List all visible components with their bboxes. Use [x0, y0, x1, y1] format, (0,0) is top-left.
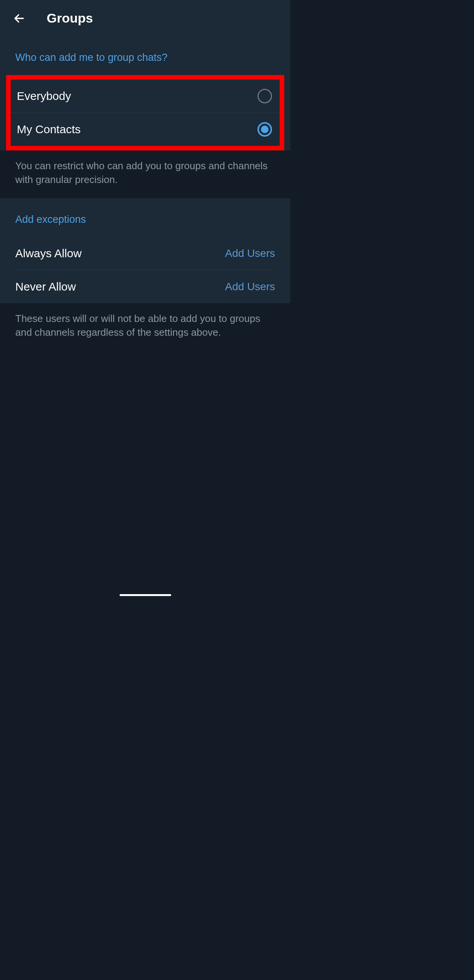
radio-option-my-contacts[interactable]: My Contacts	[11, 113, 280, 146]
section-header-exceptions: Add exceptions	[0, 198, 290, 237]
radio-label: My Contacts	[17, 123, 81, 136]
exception-action: Add Users	[225, 281, 275, 293]
exception-action: Add Users	[225, 247, 275, 260]
radio-option-everybody[interactable]: Everybody	[11, 80, 280, 113]
section-header-who-can-add: Who can add me to group chats?	[0, 36, 290, 75]
section-description: These users will or will not be able to …	[0, 303, 290, 351]
section-description: You can restrict who can add you to grou…	[0, 150, 290, 198]
radio-selected-icon	[257, 122, 272, 137]
radio-label: Everybody	[17, 90, 71, 103]
back-button[interactable]	[11, 11, 27, 26]
arrow-left-icon	[13, 12, 25, 24]
exception-label: Never Allow	[15, 280, 76, 293]
home-indicator[interactable]	[119, 594, 171, 596]
radio-unselected-icon	[257, 89, 272, 103]
highlight-box: Everybody My Contacts	[6, 75, 284, 150]
header: Groups	[0, 0, 290, 36]
radio-inner-dot	[261, 126, 269, 133]
exception-label: Always Allow	[15, 247, 81, 260]
section-who-can-add: Who can add me to group chats? Everybody…	[0, 36, 290, 150]
page-title: Groups	[47, 11, 93, 26]
exception-row-never-allow[interactable]: Never Allow Add Users	[0, 270, 290, 303]
section-add-exceptions: Add exceptions Always Allow Add Users Ne…	[0, 198, 290, 303]
exception-row-always-allow[interactable]: Always Allow Add Users	[0, 237, 290, 270]
